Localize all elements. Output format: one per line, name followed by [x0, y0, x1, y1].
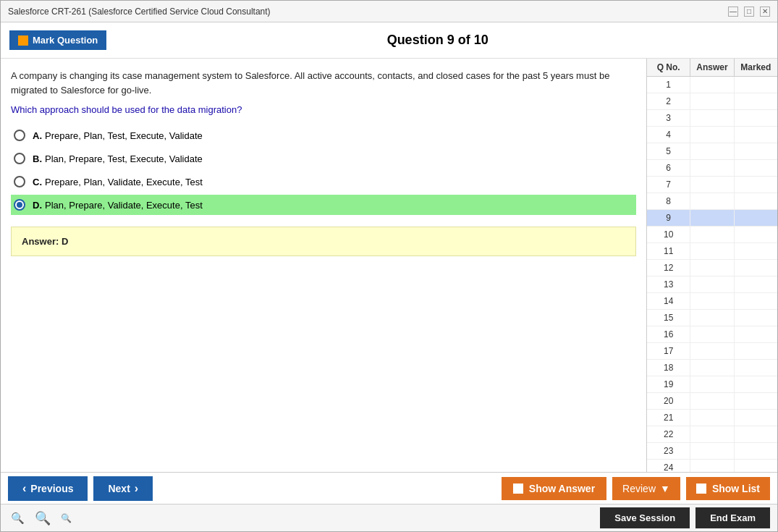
- side-cell-qno: 9: [647, 210, 690, 226]
- side-row-16[interactable]: 16: [647, 326, 777, 343]
- side-cell-marked: [735, 260, 777, 276]
- side-cell-answer: [690, 293, 734, 309]
- side-cell-marked: [735, 460, 777, 472]
- zoom-group: 🔍 🔍 🔍: [8, 509, 75, 528]
- zoom-out-button[interactable]: 🔍: [58, 512, 75, 525]
- minimize-button[interactable]: —: [728, 7, 738, 17]
- side-rows-container: 1 2 3 4 5 6 7 8: [647, 77, 777, 472]
- save-session-button[interactable]: Save Session: [600, 507, 690, 528]
- side-row-20[interactable]: 20: [647, 393, 777, 410]
- side-cell-marked: [735, 343, 777, 359]
- radio-d: [14, 199, 25, 211]
- option-c[interactable]: C. Prepare, Plan, Validate, Execute, Tes…: [11, 172, 636, 192]
- option-d[interactable]: D. Plan, Prepare, Validate, Execute, Tes…: [11, 195, 636, 215]
- side-row-23[interactable]: 23: [647, 443, 777, 460]
- answer-text: Answer: D: [22, 236, 68, 247]
- close-button[interactable]: ✕: [760, 7, 770, 17]
- side-row-21[interactable]: 21: [647, 410, 777, 426]
- side-row-10[interactable]: 10: [647, 227, 777, 243]
- side-row-14[interactable]: 14: [647, 293, 777, 310]
- side-row-4[interactable]: 4: [647, 127, 777, 143]
- main-panel: A company is changing its case managemen…: [1, 59, 647, 472]
- side-row-3[interactable]: 3: [647, 110, 777, 127]
- previous-button[interactable]: ‹ Previous: [8, 476, 88, 501]
- side-row-5[interactable]: 5: [647, 143, 777, 160]
- side-row-2[interactable]: 2: [647, 93, 777, 110]
- next-button[interactable]: Next ›: [93, 476, 153, 501]
- side-cell-answer: [690, 160, 734, 176]
- side-cell-answer: [690, 443, 734, 459]
- review-button[interactable]: Review ▼: [612, 477, 680, 500]
- side-row-8[interactable]: 8: [647, 193, 777, 210]
- side-cell-qno: 24: [647, 460, 690, 472]
- option-d-text: Plan, Prepare, Validate, Execute, Test: [45, 200, 203, 211]
- side-row-12[interactable]: 12: [647, 260, 777, 276]
- side-cell-answer: [690, 360, 734, 376]
- bottom-actions: 🔍 🔍 🔍 Save Session End Exam: [1, 504, 777, 531]
- show-list-check-icon: ✓: [696, 484, 706, 494]
- zoom-normal-button[interactable]: 🔍: [32, 509, 54, 528]
- side-cell-qno: 8: [647, 193, 690, 209]
- radio-b: [14, 153, 25, 164]
- option-c-label: C.: [33, 177, 42, 187]
- side-row-15[interactable]: 15: [647, 310, 777, 326]
- side-cell-answer: [690, 276, 734, 292]
- side-cell-qno: 6: [647, 160, 690, 176]
- side-cell-qno: 16: [647, 326, 690, 342]
- side-cell-marked: [735, 160, 777, 176]
- show-list-button[interactable]: ✓ Show List: [686, 477, 770, 500]
- show-answer-button[interactable]: Show Answer: [502, 477, 606, 500]
- side-cell-answer: [690, 127, 734, 143]
- side-cell-marked: [735, 293, 777, 309]
- app-window: Salesforce CRT-261 (Salesforce Certified…: [0, 0, 778, 532]
- side-row-22[interactable]: 22: [647, 426, 777, 443]
- col-answer: Answer: [690, 59, 734, 76]
- option-a[interactable]: A. Prepare, Plan, Test, Execute, Validat…: [11, 125, 636, 145]
- previous-label: Previous: [30, 483, 73, 494]
- side-row-24[interactable]: 24: [647, 460, 777, 472]
- side-cell-marked: [735, 177, 777, 193]
- side-cell-answer: [690, 143, 734, 159]
- side-cell-marked: [735, 326, 777, 342]
- side-row-7[interactable]: 7: [647, 177, 777, 193]
- side-cell-marked: [735, 310, 777, 326]
- side-row-9[interactable]: 9: [647, 210, 777, 227]
- side-cell-qno: 4: [647, 127, 690, 143]
- side-cell-marked: [735, 276, 777, 292]
- side-row-17[interactable]: 17: [647, 343, 777, 360]
- option-a-label: A.: [33, 130, 42, 141]
- restore-button[interactable]: □: [744, 7, 754, 17]
- side-cell-marked: [735, 393, 777, 409]
- side-cell-answer: [690, 227, 734, 242]
- zoom-in-button[interactable]: 🔍: [8, 510, 28, 526]
- side-cell-qno: 13: [647, 276, 690, 292]
- content-area: A company is changing its case managemen…: [1, 59, 777, 472]
- side-cell-qno: 1: [647, 77, 690, 93]
- option-b-text: Plan, Prepare, Test, Execute, Validate: [45, 153, 203, 164]
- side-cell-qno: 23: [647, 443, 690, 459]
- side-row-6[interactable]: 6: [647, 160, 777, 177]
- option-b-label: B.: [33, 153, 42, 164]
- side-cell-qno: 17: [647, 343, 690, 359]
- next-label: Next: [108, 483, 130, 494]
- side-row-11[interactable]: 11: [647, 243, 777, 260]
- show-answer-icon: [513, 484, 523, 494]
- titlebar: Salesforce CRT-261 (Salesforce Certified…: [1, 1, 777, 22]
- side-cell-qno: 19: [647, 376, 690, 392]
- option-b[interactable]: B. Plan, Prepare, Test, Execute, Validat…: [11, 148, 636, 169]
- side-row-18[interactable]: 18: [647, 360, 777, 376]
- question-title: Question 9 of 10: [106, 33, 769, 48]
- side-cell-qno: 18: [647, 360, 690, 376]
- side-cell-qno: 3: [647, 110, 690, 126]
- end-exam-button[interactable]: End Exam: [695, 507, 770, 528]
- side-row-13[interactable]: 13: [647, 276, 777, 293]
- mark-question-button[interactable]: Mark Question: [9, 30, 106, 50]
- option-c-text: Prepare, Plan, Validate, Execute, Test: [45, 177, 203, 187]
- side-cell-qno: 12: [647, 260, 690, 276]
- side-row-19[interactable]: 19: [647, 376, 777, 393]
- side-header: Q No. Answer Marked: [647, 59, 777, 77]
- side-row-1[interactable]: 1: [647, 77, 777, 93]
- side-cell-answer: [690, 376, 734, 392]
- side-cell-marked: [735, 243, 777, 259]
- side-cell-answer: [690, 310, 734, 326]
